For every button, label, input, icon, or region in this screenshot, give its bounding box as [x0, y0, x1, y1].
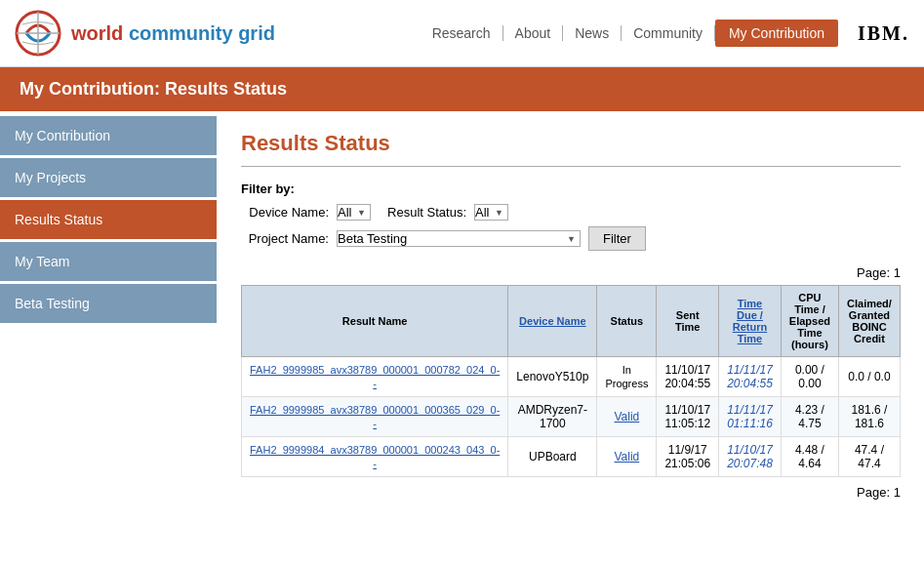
table-header-row: Result Name Device Name Status Sent Time…: [242, 286, 901, 357]
title-divider: [241, 166, 901, 167]
logo-area: world community grid: [15, 10, 275, 57]
nav-research[interactable]: Research: [421, 25, 503, 41]
table-row: FAH2_9999984_avx38789_000001_000243_043_…: [242, 437, 901, 477]
main-layout: My Contribution My Projects Results Stat…: [0, 111, 924, 519]
nav-community[interactable]: Community: [622, 25, 715, 41]
th-result-name: Result Name: [242, 286, 508, 357]
th-time-due-link[interactable]: Time Due / Return Time: [733, 298, 767, 344]
logo-world: world: [71, 22, 123, 44]
logo-text: world community grid: [71, 22, 275, 45]
page-title-bar: My Contribution: Results Status: [0, 67, 924, 111]
logo-community: community: [129, 22, 233, 44]
result-status-select-wrapper: All: [474, 204, 508, 221]
filter-label: Filter by:: [241, 181, 901, 196]
page-title: My Contribution: Results Status: [20, 79, 287, 99]
th-boinc-credit: Claimed/ Granted BOINC Credit: [839, 286, 901, 357]
th-device-name: Device Name: [508, 286, 597, 357]
boinc-credit-cell: 47.4 / 47.4: [839, 437, 901, 477]
th-status: Status: [597, 286, 657, 357]
content-title: Results Status: [241, 131, 901, 156]
status-cell: In Progress: [597, 357, 657, 397]
page-indicator-bottom: Page: 1: [241, 485, 901, 500]
result-name-cell: FAH2_9999984_avx38789_000001_000243_043_…: [242, 437, 508, 477]
project-name-select[interactable]: Beta Testing: [337, 230, 581, 247]
sent-time-cell: 11/10/17 20:04:55: [657, 357, 719, 397]
main-nav: Research About News Community My Contrib…: [421, 20, 838, 47]
sidebar-item-beta-testing[interactable]: Beta Testing: [0, 284, 217, 323]
status-text: In Progress: [605, 364, 648, 389]
th-time-due: Time Due / Return Time: [719, 286, 782, 357]
logo-grid: grid: [238, 22, 275, 44]
time-due-cell: 11/11/17 01:11:16: [719, 397, 782, 437]
project-name-label: Project Name:: [241, 231, 329, 246]
sidebar-item-my-team[interactable]: My Team: [0, 242, 217, 281]
status-link[interactable]: Valid: [614, 450, 639, 463]
page-indicator-top: Page: 1: [241, 265, 901, 280]
status-link[interactable]: Valid: [614, 410, 639, 423]
header: world community grid Research About News…: [0, 0, 924, 67]
sent-time-cell: 11/10/17 11:05:12: [657, 397, 719, 437]
nav-news[interactable]: News: [563, 25, 622, 41]
device-name-select[interactable]: All: [337, 204, 371, 221]
status-cell: Valid: [597, 397, 657, 437]
results-table: Result Name Device Name Status Sent Time…: [241, 285, 901, 477]
device-name-label: Device Name:: [241, 205, 329, 220]
result-name-link[interactable]: FAH2_9999985_avx38789_000001_000782_024_…: [250, 364, 500, 389]
device-name-cell: AMDRyzen7-1700: [508, 397, 597, 437]
boinc-credit-cell: 181.6 / 181.6: [839, 397, 901, 437]
sidebar-item-results-status[interactable]: Results Status: [0, 200, 217, 239]
sent-time-cell: 11/9/17 21:05:06: [657, 437, 719, 477]
ibm-logo: IBM.: [858, 22, 909, 45]
boinc-credit-cell: 0.0 / 0.0: [839, 357, 901, 397]
result-name-link[interactable]: FAH2_9999984_avx38789_000001_000243_043_…: [250, 444, 500, 469]
nav-about[interactable]: About: [503, 25, 564, 41]
filter-section: Filter by: Device Name: All Result Statu…: [241, 181, 901, 251]
sidebar: My Contribution My Projects Results Stat…: [0, 111, 217, 519]
status-cell: Valid: [597, 437, 657, 477]
time-due-cell: 11/10/17 20:07:48: [719, 437, 782, 477]
th-device-name-link[interactable]: Device Name: [519, 315, 586, 327]
result-name-cell: FAH2_9999985_avx38789_000001_000365_029_…: [242, 397, 508, 437]
filter-button[interactable]: Filter: [588, 226, 646, 251]
result-status-select[interactable]: All: [474, 204, 508, 221]
sidebar-item-my-projects[interactable]: My Projects: [0, 158, 217, 197]
th-cpu-time: CPU Time / Elapsed Time (hours): [781, 286, 838, 357]
cpu-time-cell: 4.48 / 4.64: [781, 437, 838, 477]
result-status-label: Result Status:: [379, 205, 466, 220]
nav-my-contribution[interactable]: My Contribution: [715, 20, 838, 47]
filter-row-device: Device Name: All Result Status: All: [241, 204, 901, 221]
device-name-select-wrapper: All: [337, 204, 371, 221]
logo-icon: [15, 10, 61, 57]
cpu-time-cell: 0.00 / 0.00: [781, 357, 838, 397]
th-sent-time: Sent Time: [657, 286, 719, 357]
project-name-select-wrapper: Beta Testing: [337, 230, 581, 247]
device-name-cell: LenovoY510p: [508, 357, 597, 397]
time-due-cell: 11/11/17 20:04:55: [719, 357, 782, 397]
filter-row-project: Project Name: Beta Testing Filter: [241, 226, 901, 251]
content-area: Results Status Filter by: Device Name: A…: [217, 111, 924, 519]
cpu-time-cell: 4.23 / 4.75: [781, 397, 838, 437]
table-row: FAH2_9999985_avx38789_000001_000782_024_…: [242, 357, 901, 397]
result-name-link[interactable]: FAH2_9999985_avx38789_000001_000365_029_…: [250, 404, 500, 429]
sidebar-item-my-contribution[interactable]: My Contribution: [0, 116, 217, 155]
device-name-cell: UPBoard: [508, 437, 597, 477]
table-row: FAH2_9999985_avx38789_000001_000365_029_…: [242, 397, 901, 437]
result-name-cell: FAH2_9999985_avx38789_000001_000782_024_…: [242, 357, 508, 397]
